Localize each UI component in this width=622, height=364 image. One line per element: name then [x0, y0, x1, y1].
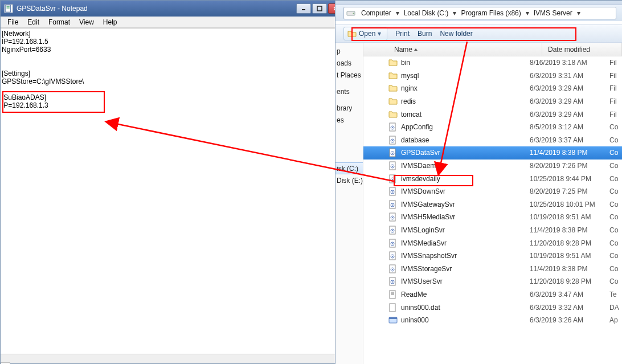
file-name: tomcat [401, 111, 530, 118]
file-date: 6/3/2019 3:29 AM [530, 97, 609, 105]
menu-help[interactable]: Help [99, 17, 122, 27]
cfg-icon [388, 239, 398, 248]
file-name: AppConfig [401, 123, 530, 131]
file-row[interactable]: GPSDataSvr11/4/2019 8:38 PMCo [363, 146, 622, 159]
cfg-icon [388, 187, 398, 196]
minimize-button[interactable] [296, 3, 311, 14]
file-row[interactable]: IVMSDaemon8/20/2019 7:26 PMCo [363, 159, 622, 173]
nav-item[interactable]: es [335, 114, 363, 126]
file-type: Co [609, 226, 622, 234]
breadcrumb-chevron-icon[interactable]: ▾ [395, 9, 400, 17]
file-type: Fil [609, 111, 622, 118]
svg-point-48 [392, 281, 393, 283]
file-date: 10/25/2018 10:01 PM [530, 201, 609, 208]
file-name: IVMSLoginSvr [401, 226, 530, 234]
file-row[interactable]: mysql6/3/2019 3:31 AMFil [363, 69, 622, 83]
breadcrumb-seg-0[interactable]: Computer [358, 9, 395, 17]
file-type: Co [609, 162, 622, 170]
file-type: Co [609, 123, 622, 131]
file-row[interactable]: database6/3/2019 3:37 AMCo [363, 134, 622, 147]
file-row[interactable]: tomcat6/3/2019 3:29 AMFil [363, 108, 622, 121]
open-folder-icon [347, 29, 357, 38]
cfg-icon [388, 148, 398, 157]
new-folder-button[interactable]: New folder [440, 30, 472, 38]
file-row[interactable]: AppConfig8/5/2019 3:12 AMCo [363, 121, 622, 134]
file-row[interactable]: IVMSH5MediaSvr10/19/2018 9:51 AMCo [363, 211, 622, 224]
file-row[interactable]: IVMSSnapshotSvr10/19/2018 9:51 AMCo [363, 250, 622, 263]
file-date: 11/4/2019 8:38 PM [530, 265, 609, 273]
file-type: Co [609, 201, 622, 208]
file-type: Fil [609, 72, 622, 80]
dropdown-caret-icon[interactable]: ▾ [378, 30, 383, 38]
sort-asc-icon [414, 48, 418, 51]
file-name: IVMSSnapshotSvr [401, 252, 530, 260]
explorer-header: Computer▾ Local Disk (C:)▾ Program Files… [335, 5, 622, 21]
nav-item[interactable]: p [335, 45, 363, 57]
cfg-icon [388, 161, 398, 170]
breadcrumb-chevron-icon[interactable]: ▾ [452, 9, 457, 17]
file-row[interactable]: ReadMe6/3/2019 3:47 AMTe [363, 288, 622, 301]
notepad-title: GPSDataSvr - Notepad [17, 5, 295, 13]
file-type: Co [609, 252, 622, 260]
maximize-button[interactable] [312, 3, 327, 14]
file-date: 6/3/2019 3:29 AM [530, 84, 609, 92]
col-date[interactable]: Date modified [542, 43, 622, 56]
file-row[interactable]: ivmsdevdaily10/25/2018 9:44 PMCo [363, 172, 622, 185]
file-date: 10/19/2018 9:51 AM [530, 252, 609, 260]
file-name: unins000 [401, 316, 530, 324]
file-row[interactable]: bin8/16/2019 3:18 AMFil [363, 56, 622, 69]
cfg-icon [388, 264, 398, 273]
nav-item-disk-c[interactable]: isk (C:) [335, 162, 363, 174]
nav-item[interactable]: brary [335, 102, 363, 114]
file-row[interactable]: IVMSMediaSvr11/20/2018 9:28 PMCo [363, 236, 622, 250]
nav-item[interactable]: t Places [335, 69, 363, 81]
notepad-titlebar[interactable]: GPSDataSvr - Notepad [1, 1, 345, 17]
file-type: Co [609, 136, 622, 144]
breadcrumb-seg-3[interactable]: IVMS Server [530, 9, 576, 17]
cfg-icon [388, 122, 398, 132]
file-row[interactable]: redis6/3/2019 3:29 AMFil [363, 95, 622, 108]
svg-point-12 [392, 127, 393, 128]
cfg-icon [388, 136, 398, 145]
print-button[interactable]: Print [395, 30, 410, 38]
file-row[interactable]: IVMSLoginSvr11/4/2019 8:38 PMCo [363, 224, 622, 237]
horizontal-scrollbar[interactable] [1, 354, 345, 363]
file-row[interactable]: IVMSUserSvr11/20/2018 9:28 PMCo [363, 275, 622, 288]
nav-item-disk-e[interactable]: Disk (E:) [335, 174, 363, 186]
file-row[interactable]: unins0006/3/2019 3:26 AMAp [363, 314, 622, 327]
breadcrumb-chevron-icon[interactable]: ▾ [525, 9, 530, 17]
file-type: Fil [609, 97, 622, 105]
menu-view[interactable]: View [75, 17, 99, 27]
nav-pane: p oads t Places ents brary es isk (C:) D… [335, 43, 363, 364]
file-row[interactable]: IVMSGatewaySvr10/25/2018 10:01 PMCo [363, 198, 622, 211]
file-row[interactable]: IVMSStorageSvr11/4/2019 8:38 PMCo [363, 263, 622, 276]
menu-format[interactable]: Format [44, 17, 75, 27]
notepad-window: GPSDataSvr - Notepad File Edit Format Vi… [0, 0, 346, 364]
file-rows: bin8/16/2019 3:18 AMFilmysql6/3/2019 3:3… [363, 56, 622, 364]
open-button[interactable]: Open ▾ [343, 27, 387, 40]
file-list: Name Date modified Ty bin8/16/2019 3:18 … [363, 43, 622, 364]
breadcrumb-seg-1[interactable]: Local Disk (C:) [400, 9, 452, 17]
file-row[interactable]: unins000.dat6/3/2019 3:32 AMDA [363, 301, 622, 314]
menu-edit[interactable]: Edit [23, 17, 44, 27]
file-row[interactable]: IVMSDownSvr8/20/2019 7:25 PMCo [363, 185, 622, 198]
breadcrumb-chevron-icon[interactable]: ▾ [576, 9, 582, 17]
nav-item[interactable]: oads [335, 57, 363, 69]
file-type: Co [609, 239, 622, 247]
notepad-text-area[interactable]: [Network] IP=192.168.1.5 NginxPort=6633 … [1, 28, 345, 363]
file-row[interactable]: nginx6/3/2019 3:29 AMFil [363, 82, 622, 95]
menu-file[interactable]: File [3, 17, 23, 27]
file-name: ReadMe [401, 291, 530, 298]
cfg-icon [388, 226, 398, 235]
explorer-toolbar: Open ▾ Print Burn New folder [335, 24, 622, 43]
file-name: IVMSDaemon [401, 162, 530, 170]
burn-button[interactable]: Burn [418, 30, 432, 38]
breadcrumb-seg-2[interactable]: Program Files (x86) [457, 9, 524, 17]
explorer-frame-top [335, 1, 622, 5]
file-date: 10/19/2018 9:51 AM [530, 213, 609, 221]
svg-point-30 [392, 205, 393, 206]
file-name: IVMSGatewaySvr [401, 201, 530, 208]
nav-item[interactable]: ents [335, 85, 363, 97]
breadcrumb-addressbar[interactable]: Computer▾ Local Disk (C:)▾ Program Files… [343, 7, 616, 19]
file-date: 6/3/2019 3:37 AM [530, 136, 609, 144]
